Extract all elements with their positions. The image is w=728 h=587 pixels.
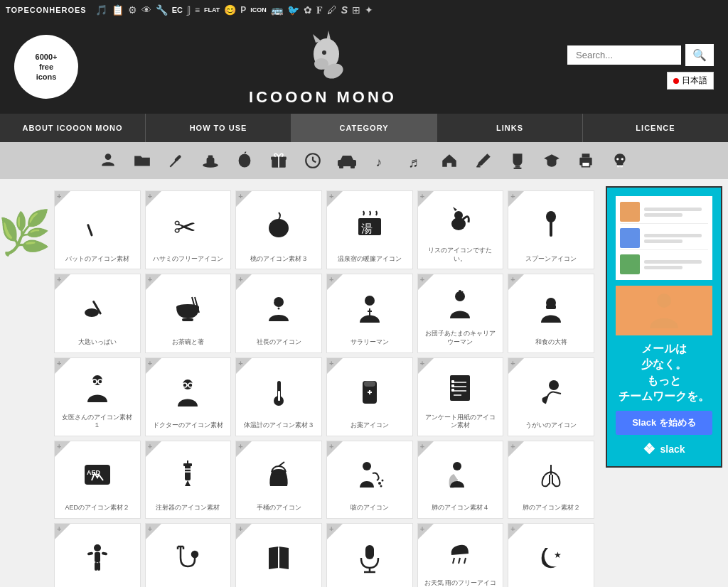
iconbar-syringe[interactable] xyxy=(164,148,189,173)
iconbar-pencil[interactable] xyxy=(471,148,496,173)
nav-icon-1[interactable]: 🎵 xyxy=(95,4,107,16)
nav-icon-star[interactable]: ✦ xyxy=(365,4,373,16)
nav-about[interactable]: ABOUT ICOOON MONO xyxy=(0,114,146,142)
card-spoon[interactable]: + スプーンアイコン xyxy=(508,190,594,269)
icon-rain xyxy=(444,532,476,575)
svg-rect-69 xyxy=(364,381,375,387)
iconbar-printer[interactable] xyxy=(573,148,599,173)
iconbar-folder[interactable] xyxy=(129,148,155,173)
iconbar-graduation[interactable] xyxy=(539,148,564,173)
svg-rect-8 xyxy=(174,154,182,162)
nav-howto[interactable]: HOW TO USE xyxy=(146,114,291,142)
iconbar-note[interactable]: ♬ xyxy=(402,148,428,173)
card-chef[interactable]: + 和食の大将 xyxy=(508,274,594,352)
card-mic[interactable]: + マイクのアイコン xyxy=(326,523,413,587)
nav-icon-smiley[interactable]: 😊 xyxy=(224,4,236,16)
svg-point-95 xyxy=(453,462,461,470)
card-stethoscope[interactable]: + 聴診器のアイコン素材 xyxy=(145,523,232,587)
lang-select[interactable]: 日本語 xyxy=(667,72,714,90)
card-gargle[interactable]: + うがいのアイコン xyxy=(508,357,594,436)
iconbar-house[interactable] xyxy=(437,148,462,173)
card-cough[interactable]: + 咳のアイコン xyxy=(326,441,413,519)
card-bat[interactable]: + バットのアイコン素材 xyxy=(54,190,141,269)
nav-icon-s[interactable]: S xyxy=(341,4,348,16)
iconbar-trophy[interactable] xyxy=(505,148,530,173)
nav-icon-grid[interactable]: ⊞ xyxy=(352,4,360,16)
nav-icon-bird[interactable]: 🐦 xyxy=(287,4,299,16)
icon-female-doctor xyxy=(82,367,113,409)
card-peach[interactable]: + 桃のアイコン素材３ xyxy=(235,190,322,269)
svg-point-29 xyxy=(616,158,619,160)
iconbar-hat[interactable] xyxy=(198,148,223,173)
card-boss[interactable]: + 社長のアイコン xyxy=(235,274,322,352)
icon-lungs2 xyxy=(535,450,567,500)
card-bowl[interactable]: + お茶碗と著 xyxy=(145,274,232,352)
ad-line xyxy=(644,266,682,269)
right-ad: メールは 少なく。 もっと チームワークを。 Slack を始める ❖ slac… xyxy=(600,179,728,587)
iconbar-car[interactable] xyxy=(334,148,360,173)
card-scissors[interactable]: + ✂ ハサミのフリーアイコン xyxy=(145,190,232,269)
icon-survey xyxy=(444,367,476,409)
card-lungs4[interactable]: + 肺のアイコン素材４ xyxy=(417,441,504,519)
card-human-body[interactable]: + 人体のアイコン xyxy=(54,523,141,587)
nav-icon-2[interactable]: 📋 xyxy=(112,4,124,16)
iconbar-music[interactable]: ♪ xyxy=(368,148,394,173)
svg-point-50 xyxy=(365,296,375,306)
svg-rect-79 xyxy=(451,389,454,392)
iconbar-person[interactable] xyxy=(95,148,121,173)
svg-rect-83 xyxy=(185,465,191,480)
nav-icon-flat[interactable]: FLAT xyxy=(204,6,220,14)
card-salaryman[interactable]: + サラリーマン xyxy=(326,274,413,352)
svg-rect-23 xyxy=(515,166,520,168)
card-career-woman[interactable]: + お団子あたまのキャリアウーマン xyxy=(417,274,504,352)
iconbar-clock[interactable] xyxy=(300,148,326,173)
card-doctor[interactable]: + ドクターのアイコン素材 xyxy=(145,357,232,436)
card-syringe[interactable]: + 注射器のアイコン素材 xyxy=(145,441,232,519)
nav-icon-4[interactable]: 👁 xyxy=(141,4,151,16)
icon-scissors: ✂ xyxy=(172,200,203,251)
nav-icon-brush[interactable]: 🖊 xyxy=(327,4,337,16)
iconbar-apple[interactable] xyxy=(232,148,257,173)
card-lungs2[interactable]: + 肺のアイコン素材２ xyxy=(508,441,594,519)
nav-icon-3[interactable]: ⚙ xyxy=(128,4,137,16)
card-label-career-woman: お団子あたまのキャリアウーマン xyxy=(422,330,499,346)
nav-icon-parking[interactable]: P xyxy=(240,5,246,15)
ad-person-row-1 xyxy=(620,200,708,224)
nav-icon-flower[interactable]: ✿ xyxy=(304,4,312,16)
nav-icon-ec[interactable]: EC xyxy=(172,6,183,14)
search-button[interactable]: 🔍 xyxy=(685,44,714,66)
card-onsen[interactable]: + 湯 温泉宿の暖簾アイコン xyxy=(326,190,413,269)
nav-icon-icon[interactable]: ICON xyxy=(250,6,267,14)
card-aed[interactable]: + AED AEDのアイコン素材２ xyxy=(54,441,141,519)
ad-start-button[interactable]: Slack を始める xyxy=(616,411,712,435)
card-ladle[interactable]: + 大匙いっぱい xyxy=(54,274,141,352)
card-thermometer[interactable]: + 体温計のアイコン素材３ xyxy=(235,357,322,436)
nav-icon-lines[interactable]: ≡ xyxy=(195,5,200,15)
card-reading[interactable]: + 読書のアイコン xyxy=(235,523,322,587)
ad-top-section xyxy=(616,196,712,280)
svg-point-49 xyxy=(278,308,280,310)
nav-category[interactable]: CATEGORY xyxy=(291,114,437,142)
iconbar-gift[interactable] xyxy=(266,148,291,173)
card-female-doctor[interactable]: + 女医さんのアイコン素材１ xyxy=(54,357,141,436)
card-medicine[interactable]: + お薬アイコン xyxy=(326,357,413,436)
iconbar-skull[interactable] xyxy=(607,148,633,173)
card-rain[interactable]: + お天気 雨のフリーアイコン xyxy=(417,523,504,587)
card-bucket[interactable]: + 手桶のアイコン xyxy=(235,441,322,519)
svg-rect-98 xyxy=(87,551,94,555)
nav-licence[interactable]: LICENCE xyxy=(583,114,728,142)
card-label-female-doctor: 女医さんのアイコン素材１ xyxy=(59,414,136,430)
nav-icon-bus[interactable]: 🚌 xyxy=(271,4,283,16)
card-night-sky[interactable]: + ★ 夜空のフリーアイコン xyxy=(508,523,594,587)
ad-line xyxy=(644,208,702,211)
nav-icon-5[interactable]: 🔧 xyxy=(156,4,168,16)
card-squirrel[interactable]: + リスのアイコンですたい。 xyxy=(417,190,504,269)
nav-links[interactable]: LINKS xyxy=(437,114,583,142)
svg-line-112 xyxy=(464,558,466,564)
search-input[interactable] xyxy=(567,45,681,65)
card-survey[interactable]: + アンケート用紙のアイコン素材 xyxy=(417,357,504,436)
nav-icon-j[interactable]: 𝕁 xyxy=(187,4,191,16)
svg-rect-77 xyxy=(451,380,454,383)
ad-person-row-2 xyxy=(620,227,708,250)
nav-icon-pen[interactable]: 𝐅 xyxy=(316,4,323,16)
